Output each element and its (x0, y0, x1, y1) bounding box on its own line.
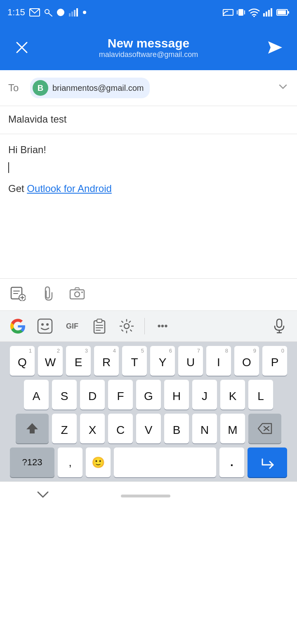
svg-rect-33 (38, 319, 52, 333)
signal-icon (69, 8, 79, 17)
svg-rect-42 (277, 319, 282, 327)
close-button[interactable] (12, 41, 32, 54)
svg-rect-6 (74, 10, 75, 17)
keyboard-topbar-divider (144, 318, 145, 334)
cast-icon (223, 8, 233, 17)
keyboard-row-2: A S D F G H J K L (2, 380, 295, 410)
keyboard-settings-button[interactable] (116, 315, 138, 337)
svg-point-1 (45, 9, 49, 14)
expand-recipients-button[interactable] (277, 81, 289, 95)
recipient-email: brianmentos@gmail.com (52, 83, 144, 93)
keyboard-row-3: Z X C V B N M (2, 414, 295, 443)
key-i[interactable]: 8I (206, 346, 231, 376)
body-field[interactable]: Hi Brian! Get Outlook for Android (0, 134, 297, 279)
key-f[interactable]: F (108, 380, 133, 410)
key-q[interactable]: 1Q (10, 346, 35, 376)
key-j[interactable]: J (192, 380, 217, 410)
key-z[interactable]: Z (52, 414, 77, 443)
key-b[interactable]: B (164, 414, 189, 443)
key-p[interactable]: 0P (262, 346, 287, 376)
keyboard-topbar: GIF ••• (0, 311, 297, 342)
svg-rect-19 (278, 10, 286, 14)
key-u[interactable]: 7U (178, 346, 203, 376)
nav-chevron-down[interactable] (35, 489, 50, 503)
key-e[interactable]: 3E (66, 346, 91, 376)
header-center: New message malavidasoftware@gmail.com (99, 36, 198, 59)
key-m[interactable]: M (220, 414, 245, 443)
key-a[interactable]: A (24, 380, 49, 410)
wifi-icon (248, 8, 260, 17)
key-k[interactable]: K (220, 380, 245, 410)
google-search-button[interactable] (7, 315, 29, 337)
recipient-avatar: B (33, 80, 48, 96)
svg-rect-17 (271, 8, 272, 17)
sticker-button[interactable] (34, 315, 56, 337)
svg-marker-23 (268, 41, 282, 54)
svg-rect-16 (268, 10, 270, 17)
to-label: To (8, 82, 23, 94)
key-c[interactable]: C (108, 414, 133, 443)
key-s[interactable]: S (52, 380, 77, 410)
gif-button[interactable]: GIF (61, 315, 83, 337)
key-r[interactable]: 4R (94, 346, 119, 376)
sym-key[interactable]: ?123 (10, 447, 54, 477)
attach-file-button[interactable] (40, 285, 54, 304)
bottom-nav (0, 481, 297, 510)
key-v[interactable]: V (136, 414, 161, 443)
outlook-link[interactable]: Outlook for Android (27, 183, 111, 194)
key-o[interactable]: 9O (234, 346, 259, 376)
add-attachment-button[interactable] (10, 285, 26, 304)
emoji-key[interactable]: 🙂 (86, 447, 111, 477)
camera-button[interactable] (69, 286, 85, 303)
svg-rect-11 (237, 10, 238, 14)
send-button[interactable] (265, 40, 285, 54)
circle-icon (57, 8, 65, 17)
voice-input-button[interactable] (268, 315, 290, 337)
mail-icon (29, 8, 40, 17)
app-header: New message malavidasoftware@gmail.com (0, 25, 297, 70)
body-greeting: Hi Brian! (8, 142, 289, 157)
key-icon (44, 8, 52, 17)
period-key[interactable]: . (219, 447, 244, 477)
to-field[interactable]: To B brianmentos@gmail.com (0, 70, 297, 106)
comma-key[interactable]: , (58, 447, 82, 477)
svg-rect-37 (97, 319, 102, 322)
text-cursor (8, 162, 9, 173)
space-key[interactable] (114, 447, 216, 477)
svg-point-32 (81, 291, 83, 293)
key-h[interactable]: H (164, 380, 189, 410)
svg-rect-20 (288, 11, 289, 14)
key-w[interactable]: 2W (38, 346, 63, 376)
svg-rect-12 (244, 10, 245, 14)
svg-point-34 (41, 323, 44, 326)
clipboard-button[interactable] (88, 315, 111, 337)
key-l[interactable]: L (248, 380, 273, 410)
backspace-key[interactable] (248, 414, 281, 443)
keyboard: 1Q 2W 3E 4R 5T 6Y 7U 8I 9O 0P A S D F G … (0, 342, 297, 481)
key-x[interactable]: X (80, 414, 105, 443)
dot-indicator (83, 11, 86, 14)
key-t[interactable]: 5T (122, 346, 147, 376)
vibrate-icon (237, 8, 245, 17)
key-g[interactable]: G (136, 380, 161, 410)
enter-key[interactable] (248, 447, 287, 477)
recipient-chip[interactable]: B brianmentos@gmail.com (30, 78, 150, 98)
svg-point-41 (124, 324, 129, 329)
subject-text: Malavida test (8, 114, 66, 125)
key-n[interactable]: N (192, 414, 217, 443)
status-icons (223, 8, 290, 17)
key-d[interactable]: D (80, 380, 105, 410)
svg-point-35 (46, 323, 49, 326)
svg-marker-45 (26, 423, 38, 433)
time-display: 1:15 (7, 7, 25, 18)
svg-point-9 (223, 14, 224, 16)
shift-key[interactable] (16, 414, 49, 443)
battery-icon (276, 9, 290, 16)
compose-toolbar (0, 279, 297, 311)
body-signature: Get Outlook for Android (8, 183, 289, 194)
keyboard-more-button[interactable]: ••• (151, 315, 174, 337)
signal-bars-icon (263, 8, 273, 17)
svg-rect-14 (263, 13, 265, 17)
key-y[interactable]: 6Y (150, 346, 175, 376)
subject-field[interactable]: Malavida test (0, 106, 297, 134)
